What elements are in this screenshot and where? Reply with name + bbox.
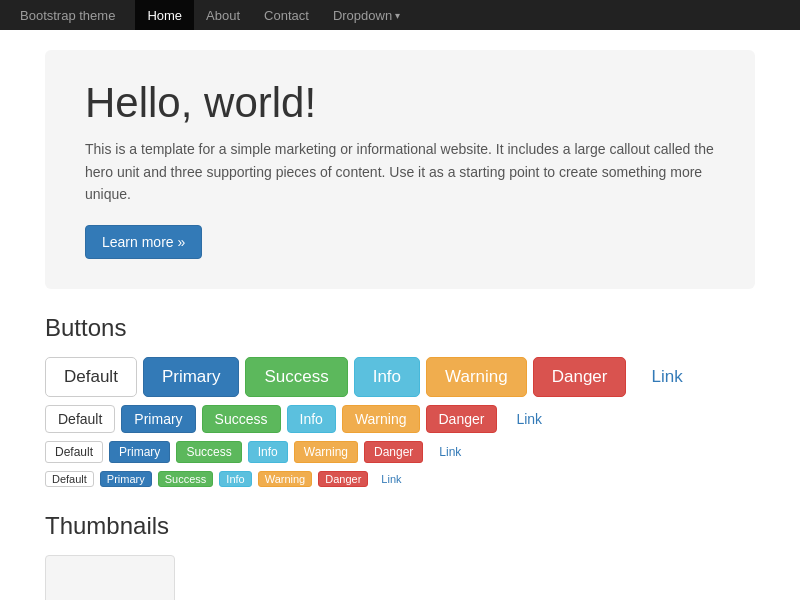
- btn-info-xs[interactable]: Info: [219, 471, 251, 487]
- button-row-xs: Default Primary Success Info Warning Dan…: [45, 471, 755, 487]
- btn-primary-sm[interactable]: Primary: [109, 441, 170, 463]
- btn-success-md[interactable]: Success: [202, 405, 281, 433]
- btn-danger-md[interactable]: Danger: [426, 405, 498, 433]
- chevron-down-icon: ▾: [395, 10, 400, 21]
- main-content: Hello, world! This is a template for a s…: [30, 30, 770, 600]
- btn-warning-sm[interactable]: Warning: [294, 441, 358, 463]
- hero-body: This is a template for a simple marketin…: [85, 138, 715, 205]
- btn-danger-lg[interactable]: Danger: [533, 357, 627, 397]
- btn-link-xs[interactable]: Link: [374, 471, 408, 487]
- btn-default-lg[interactable]: Default: [45, 357, 137, 397]
- nav-item-dropdown[interactable]: Dropdown ▾: [321, 0, 412, 30]
- thumbnails-section: Thumbnails 200×200: [45, 512, 755, 600]
- btn-info-sm[interactable]: Info: [248, 441, 288, 463]
- navbar-brand[interactable]: Bootstrap theme: [20, 8, 115, 23]
- hero-heading: Hello, world!: [85, 80, 715, 126]
- btn-primary-lg[interactable]: Primary: [143, 357, 240, 397]
- nav-item-about[interactable]: About: [194, 0, 252, 30]
- thumbnail-item: 200×200: [45, 555, 175, 600]
- nav-item-contact[interactable]: Contact: [252, 0, 321, 30]
- btn-link-sm[interactable]: Link: [429, 441, 471, 463]
- btn-link-lg[interactable]: Link: [632, 357, 701, 397]
- btn-warning-xs[interactable]: Warning: [258, 471, 313, 487]
- btn-success-lg[interactable]: Success: [245, 357, 347, 397]
- hero-unit: Hello, world! This is a template for a s…: [45, 50, 755, 289]
- button-row-sm: Default Primary Success Info Warning Dan…: [45, 441, 755, 463]
- btn-default-md[interactable]: Default: [45, 405, 115, 433]
- btn-link-md[interactable]: Link: [503, 405, 555, 433]
- btn-default-xs[interactable]: Default: [45, 471, 94, 487]
- buttons-section: Buttons Default Primary Success Info War…: [45, 314, 755, 487]
- navbar: Bootstrap theme Home About Contact Dropd…: [0, 0, 800, 30]
- btn-info-lg[interactable]: Info: [354, 357, 420, 397]
- btn-success-sm[interactable]: Success: [176, 441, 241, 463]
- btn-primary-xs[interactable]: Primary: [100, 471, 152, 487]
- btn-primary-md[interactable]: Primary: [121, 405, 195, 433]
- thumbnails-section-title: Thumbnails: [45, 512, 755, 540]
- btn-success-xs[interactable]: Success: [158, 471, 214, 487]
- button-row-lg: Default Primary Success Info Warning Dan…: [45, 357, 755, 397]
- btn-danger-xs[interactable]: Danger: [318, 471, 368, 487]
- buttons-section-title: Buttons: [45, 314, 755, 342]
- btn-warning-md[interactable]: Warning: [342, 405, 420, 433]
- nav-items: Home About Contact Dropdown ▾: [135, 0, 412, 30]
- btn-info-md[interactable]: Info: [287, 405, 336, 433]
- btn-default-sm[interactable]: Default: [45, 441, 103, 463]
- nav-item-home[interactable]: Home: [135, 0, 194, 30]
- learn-more-button[interactable]: Learn more »: [85, 225, 202, 259]
- btn-danger-sm[interactable]: Danger: [364, 441, 423, 463]
- btn-warning-lg[interactable]: Warning: [426, 357, 527, 397]
- button-row-md: Default Primary Success Info Warning Dan…: [45, 405, 755, 433]
